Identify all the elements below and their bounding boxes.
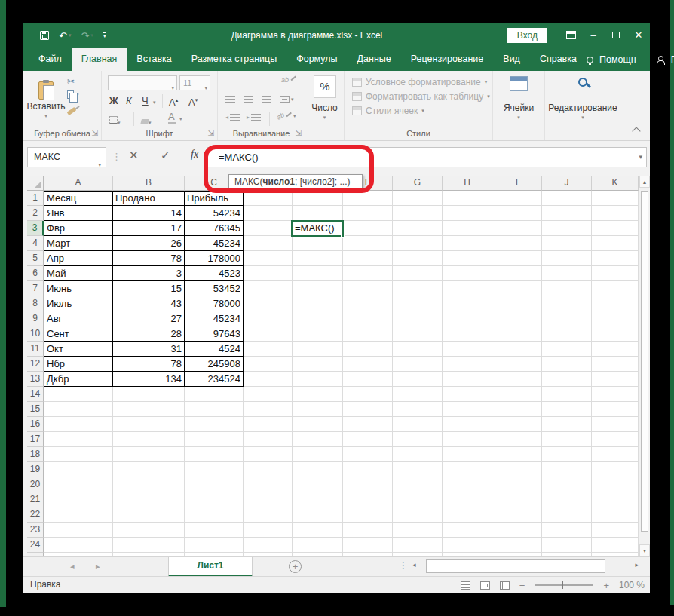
grid-cell-H14[interactable] [443, 387, 492, 402]
row-header-5[interactable]: 5 [27, 251, 44, 266]
grid-cell-C11[interactable]: 4524 [185, 342, 244, 357]
grid-cell-G14[interactable] [393, 387, 443, 402]
add-sheet-button[interactable]: + [289, 560, 302, 573]
grid-cell-C3[interactable]: 76345 [185, 221, 244, 236]
grid-cell-A19[interactable] [44, 462, 113, 477]
grid-cell-B5[interactable]: 78 [113, 251, 185, 266]
grid-cell-I22[interactable] [492, 507, 542, 523]
grid-cell-J18[interactable] [542, 447, 592, 462]
grid-cell-E13[interactable] [293, 372, 343, 387]
grid-cell-D6[interactable] [244, 266, 293, 281]
grid-cell-G5[interactable] [393, 251, 443, 266]
grid-cell-C24[interactable] [185, 538, 244, 553]
signin-button[interactable]: Вход [507, 28, 547, 43]
format-as-table-item[interactable]: Форматировать как таблицу▾ [352, 91, 490, 102]
grid-cell-C8[interactable]: 78000 [185, 296, 244, 311]
row-header-7[interactable]: 7 [27, 281, 44, 296]
grid-cell-A3[interactable]: Фвр [44, 221, 113, 236]
grid-cell-C22[interactable] [185, 507, 244, 523]
grid-cell-E2[interactable] [293, 206, 343, 221]
row-header-10[interactable]: 10 [27, 326, 44, 342]
grid-cell-J12[interactable] [542, 357, 592, 372]
ribbon-tab-formulas[interactable]: Формулы [286, 48, 347, 71]
grid-cell-E14[interactable] [293, 387, 343, 402]
grid-cell-G23[interactable] [393, 523, 443, 538]
grid-cell-B2[interactable]: 14 [113, 206, 185, 221]
grid-cell-E22[interactable] [293, 507, 343, 523]
grid-cell-F11[interactable] [343, 342, 393, 357]
row-header-3[interactable]: 3 [27, 221, 44, 236]
grid-cell-G24[interactable] [393, 538, 443, 553]
grid-cell-A4[interactable]: Март [44, 236, 113, 251]
active-cell[interactable]: =МАКС() [291, 220, 344, 237]
grid-cell-K1[interactable] [592, 191, 639, 206]
grid-cell-E7[interactable] [293, 281, 343, 296]
column-header-B[interactable]: B [113, 176, 185, 191]
fill-color-dropdown-icon[interactable]: ▾ [149, 120, 152, 125]
row-header-8[interactable]: 8 [27, 296, 44, 311]
grid-cell-K15[interactable] [592, 402, 639, 417]
view-normal-button[interactable] [461, 581, 470, 590]
row-header-21[interactable]: 21 [27, 492, 44, 507]
row-header-14[interactable]: 14 [27, 387, 44, 402]
grid-cell-G18[interactable] [393, 447, 443, 462]
grid-cell-I8[interactable] [492, 296, 542, 311]
grid-cell-B8[interactable]: 43 [113, 296, 185, 311]
increase-indent-button[interactable]: ▸ [247, 114, 261, 121]
grid-cell-K19[interactable] [592, 462, 639, 477]
view-page-break-button[interactable] [500, 581, 510, 590]
row-header-17[interactable]: 17 [27, 432, 44, 447]
cells-group-dropdown-icon[interactable]: ▾ [493, 115, 544, 121]
decrease-indent-button[interactable]: ◂ [225, 114, 240, 121]
grid-cell-C17[interactable] [185, 432, 244, 447]
grid-cell-F13[interactable] [343, 372, 393, 387]
editing-button[interactable] [545, 78, 620, 87]
grid-cell-A18[interactable] [44, 447, 113, 462]
grid-cell-C9[interactable]: 45234 [185, 311, 244, 326]
grid-cell-K13[interactable] [592, 372, 639, 387]
zoom-in-button[interactable]: + [603, 580, 609, 591]
grid-cell-I14[interactable] [492, 387, 542, 402]
grid-cell-A14[interactable] [44, 387, 113, 402]
grid-cell-A17[interactable] [44, 432, 113, 447]
align-left-button[interactable] [225, 96, 235, 103]
grid-cell-H20[interactable] [443, 477, 492, 492]
grid-cell-A6[interactable]: Май [44, 266, 113, 281]
grid-cell-G8[interactable] [393, 296, 443, 311]
paste-button[interactable]: Вставить ▾ [28, 74, 64, 127]
grid-cell-F8[interactable] [343, 296, 393, 311]
enter-button[interactable]: ✓ [161, 149, 170, 162]
grid-cell-K10[interactable] [592, 326, 639, 342]
grid-cell-A20[interactable] [44, 477, 113, 492]
cancel-button[interactable]: ✕ [129, 149, 139, 162]
font-name-combo[interactable]: ▾ [108, 75, 177, 90]
row-header-18[interactable]: 18 [27, 447, 44, 462]
grid-cell-E10[interactable] [293, 326, 343, 342]
grid-cell-D19[interactable] [244, 462, 293, 477]
increase-font-button[interactable]: А▴ [169, 94, 178, 109]
grid-cell-B10[interactable]: 28 [113, 326, 185, 342]
cell-styles-item[interactable]: Стили ячеек▾ [352, 106, 424, 116]
editing-group-label[interactable]: Редактирование [545, 103, 620, 113]
grid-cell-F22[interactable] [343, 507, 393, 523]
grid-cell-H17[interactable] [443, 432, 492, 447]
grid-cell-D23[interactable] [244, 523, 293, 538]
grid-cell-D21[interactable] [244, 492, 293, 507]
row-header-2[interactable]: 2 [27, 206, 44, 221]
grid-cell-B23[interactable] [113, 523, 185, 538]
grid-cell-H8[interactable] [443, 296, 492, 311]
wrap-dropdown-icon[interactable]: ▾ [293, 113, 296, 119]
grid-cell-B1[interactable]: Продано [113, 191, 185, 206]
font-size-dropdown-icon[interactable]: ▾ [204, 81, 207, 95]
grid-cell-I18[interactable] [492, 447, 542, 462]
grid-cell-D16[interactable] [244, 417, 293, 432]
format-as-table-item-dropdown-icon[interactable]: ▾ [487, 93, 490, 100]
conditional-formatting-item[interactable]: Условное форматирование▾ [352, 77, 487, 87]
grid-cell-E24[interactable] [293, 538, 343, 553]
grid-cell-K9[interactable] [592, 311, 639, 326]
grid-cell-C14[interactable] [185, 387, 244, 402]
grid-cell-K17[interactable] [592, 432, 639, 447]
grid-cell-I1[interactable] [492, 191, 542, 206]
grid-cell-C19[interactable] [185, 462, 244, 477]
grid-cell-G10[interactable] [393, 326, 443, 342]
